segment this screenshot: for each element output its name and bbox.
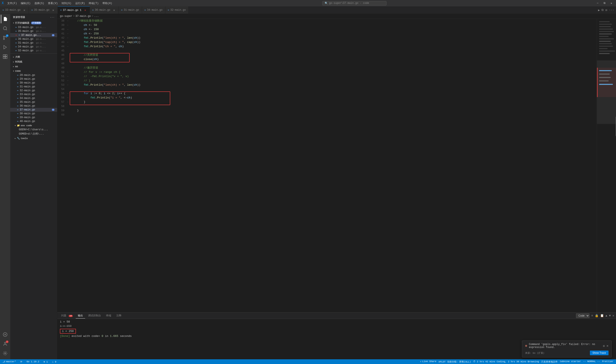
scroll-down-icon[interactable]: ▼: [609, 314, 611, 317]
status-branch[interactable]: ⎇ master*: [2, 359, 17, 364]
status-local-file[interactable]: 只支持本地文件: [540, 360, 559, 363]
env-section-header[interactable]: ▾ 📁 env code: [10, 123, 57, 128]
menu-goto[interactable]: 转到(G): [60, 1, 73, 6]
tab-36-main[interactable]: ∞ 36-main.go ✕: [90, 6, 119, 14]
search-icon[interactable]: [1, 24, 9, 33]
settings-icon[interactable]: [1, 349, 9, 358]
status-coding[interactable]: ⏱ 2 hrs 42 mins Coding, 2 hrs 36 mins Br…: [472, 360, 540, 363]
sidebar-code-29-main-go[interactable]: ∞ 29-main.go: [10, 77, 57, 81]
sidebar-file-33[interactable]: ∞ 33-main.go go-s...: [10, 26, 57, 29]
panel-tab-terminal[interactable]: 终端: [104, 313, 113, 318]
sidebar-file-32[interactable]: ∞ 32-main.go go-s...: [10, 49, 57, 52]
files-icon[interactable]: [1, 15, 9, 23]
menu-run[interactable]: 运行(R): [74, 1, 87, 6]
timeline-header[interactable]: ▸ 时间线: [10, 59, 57, 64]
explorer-more[interactable]: ···: [50, 16, 55, 19]
lock-icon[interactable]: 🔒: [595, 314, 599, 317]
scroll-up-icon[interactable]: ▲: [605, 314, 607, 317]
sidebar-file-35[interactable]: ∞ 35-main.go go-s...: [10, 29, 57, 33]
sidebar-code-40-main-go[interactable]: ∞ 40-main.go: [10, 119, 57, 123]
sidebar-code-28-main-go[interactable]: ∞ 28-main.go: [10, 73, 57, 77]
sidebar-code-37-main-go[interactable]: ∞ 37-main.go 1: [10, 108, 57, 112]
sidebar-code-36-main-go[interactable]: ∞ 36-main.go: [10, 104, 57, 108]
panel-tab-output[interactable]: 输出: [76, 313, 85, 318]
status-tabnine[interactable]: tabnine starter: [559, 360, 582, 363]
outline-header[interactable]: ▸ 大纲: [10, 54, 57, 59]
clear-output-icon[interactable]: ≡: [591, 314, 593, 317]
panel-tab-problems[interactable]: 问题 10: [59, 313, 75, 318]
tab-close-button[interactable]: ✕: [112, 8, 116, 12]
tools-section-header[interactable]: ▸ 🔧 tools: [10, 136, 57, 141]
sidebar-code-38-main-go[interactable]: ∞ 38-main.go: [10, 112, 57, 116]
copy-icon[interactable]: 📋: [600, 314, 604, 317]
breadcrumb-part-1[interactable]: go-super: [60, 15, 72, 18]
notification-close-icon[interactable]: ✕: [606, 344, 609, 348]
accounts-icon[interactable]: 1: [1, 340, 9, 348]
explorer-header[interactable]: 资源管理器 ···: [10, 14, 57, 21]
sidebar-code-39-main-go[interactable]: ∞ 39-main.go: [10, 116, 57, 119]
tab-35-main[interactable]: ∞ 35-main.go ✕: [29, 6, 58, 14]
open-editors-header[interactable]: ▾ 打开的编辑器 2个未保存: [10, 21, 57, 26]
tab-close-button[interactable]: ✕: [52, 8, 55, 12]
tab-close-button[interactable]: ✕: [84, 9, 87, 12]
breadcrumb-part-3[interactable]: ...: [94, 15, 99, 18]
line-arrow: →: [67, 40, 70, 44]
split-editor-icon[interactable]: ⧉: [602, 8, 603, 12]
go-section-header[interactable]: ▸ GO: [10, 64, 57, 69]
menu-file[interactable]: 文件(F): [6, 1, 19, 6]
status-warnings[interactable]: ⚠ 9: [51, 359, 57, 364]
search-box[interactable]: 🔍 go-super\37-main.go - code: [322, 1, 386, 6]
sidebar-code-34-main-go[interactable]: ∞ 34-main.go: [10, 96, 57, 100]
sidebar-file-31[interactable]: ∞ 31-main.go go-s...: [10, 41, 57, 45]
extensions-icon[interactable]: [1, 52, 9, 61]
debug-icon[interactable]: [1, 43, 9, 52]
minimize-button[interactable]: ─: [595, 1, 601, 6]
run-icon[interactable]: ▶: [598, 8, 600, 12]
show-trace-button[interactable]: Show Trace: [590, 351, 609, 355]
sidebar-code-30-main-go[interactable]: ∞ 30-main.go: [10, 81, 57, 85]
sidebar-code-31-main-go[interactable]: ∞ 31-main.go: [10, 85, 57, 89]
status-sync[interactable]: ⟳: [19, 359, 23, 364]
close-button[interactable]: ✕: [609, 1, 614, 6]
code-section-header[interactable]: ▾ CODE: [10, 69, 57, 73]
tab-37-main[interactable]: ∞ 37-main.go 1 ✕: [58, 6, 90, 14]
status-xplot[interactable]: XPLOT 当前分组: 所有(ALL): [438, 360, 472, 363]
sidebar-code-32-main-go[interactable]: ∞ 32-main.go: [10, 89, 57, 92]
menu-view[interactable]: 查看(V): [46, 1, 59, 6]
breadcrumb-part-2[interactable]: 37-main.go: [76, 15, 91, 18]
comments-label: 注释: [116, 314, 122, 317]
sidebar-file-34[interactable]: ∞ 34-main.go go-s...: [10, 45, 57, 49]
sidebar-code-33-main-go[interactable]: ∞ 33-main.go: [10, 92, 57, 96]
notification-settings-icon[interactable]: ⚙: [603, 344, 605, 348]
status-errors[interactable]: ⊗ 1: [43, 359, 49, 364]
remote-icon[interactable]: [1, 330, 9, 339]
panel-tab-debug[interactable]: 调试控制台: [86, 313, 103, 318]
status-prettier[interactable]: Prettier: [601, 360, 614, 363]
menu-terminal[interactable]: 终端(T): [87, 1, 100, 6]
menu-edit[interactable]: 编辑(E): [19, 1, 32, 6]
panel-tab-comments[interactable]: 注释: [114, 313, 124, 318]
status-live-share[interactable]: ⚡ Live Share: [419, 360, 437, 363]
minimap[interactable]: [597, 19, 616, 312]
status-go-version[interactable]: Go 1.19.2: [26, 359, 40, 364]
tab-34-main[interactable]: ∞ 34-main.go: [142, 6, 165, 14]
sidebar-file-36[interactable]: ∞ 36-main.go go-s...: [10, 37, 57, 41]
sidebar-file-37[interactable]: ✕ ∞ 37-main.go... 1: [10, 33, 57, 37]
layout-icon[interactable]: ⊟: [605, 8, 607, 12]
restore-button[interactable]: ⧉: [602, 1, 608, 6]
tab-32-main[interactable]: ∞ 32-main.go: [165, 6, 189, 14]
tab-close-button[interactable]: ✕: [23, 8, 26, 12]
menu-select[interactable]: 选择(S): [33, 1, 46, 6]
branch-name: master*: [6, 360, 16, 363]
sidebar-code-35-main-go[interactable]: ∞ 35-main.go: [10, 100, 57, 104]
code-line-48: 48: [57, 62, 597, 66]
close-panel-icon[interactable]: ✕: [613, 314, 614, 317]
output-filter-select[interactable]: Code Go: [576, 313, 589, 318]
tab-31-main[interactable]: ∞ 31-main.go: [119, 6, 142, 14]
source-control-icon[interactable]: 3: [1, 34, 9, 42]
more-actions-icon[interactable]: ···: [609, 8, 614, 12]
tab-33-main[interactable]: ∞ 33-main.go ✕: [0, 6, 29, 14]
menu-help[interactable]: 帮助(H): [101, 1, 114, 6]
close-x-icon[interactable]: ✕: [15, 34, 17, 37]
code-container[interactable]: 38 → //继续批量存储数据 39 → ch <- 50 40 → ch <-…: [57, 19, 597, 312]
